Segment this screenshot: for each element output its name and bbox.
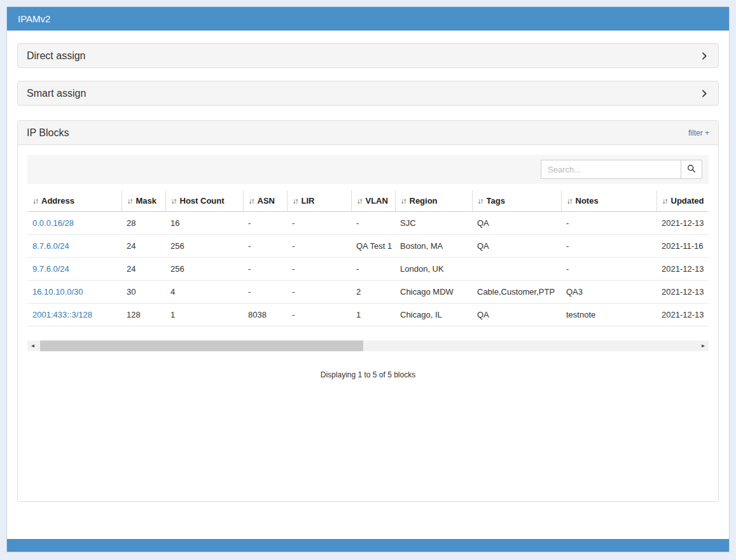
page-container: IPAMv2 Direct assign Smart assign IP Blo… xyxy=(6,6,730,552)
table-cell xyxy=(472,258,561,281)
table-cell: 28 xyxy=(122,212,165,235)
table-body: 0.0.0.16/282816---SJCQA-2021-12-138.7.6.… xyxy=(27,212,709,326)
ip-blocks-title: IP Blocks xyxy=(27,127,69,139)
sort-icon: ↓↑ xyxy=(32,197,38,206)
table-cell: - xyxy=(243,235,287,258)
column-label: ASN xyxy=(258,196,275,206)
column-label: Host Count xyxy=(180,196,225,206)
table-cell: QA xyxy=(472,235,561,258)
sort-icon: ↓↑ xyxy=(662,197,667,206)
table-row: 2001:433::3/12812818038-1Chicago, ILQAte… xyxy=(27,304,709,326)
ip-blocks-panel: IP Blocks filter + ↓↑Address↓↑Mask↓↑Host… xyxy=(17,120,719,502)
table-cell: 1 xyxy=(165,304,243,326)
table-cell: Chicago MDW xyxy=(395,281,472,304)
column-header-asn[interactable]: ↓↑ASN xyxy=(243,190,287,212)
column-header-vlan[interactable]: ↓↑VLAN xyxy=(351,190,395,212)
table-cell: - xyxy=(287,212,351,235)
table-cell: - xyxy=(287,235,351,258)
table-cell: 24 xyxy=(122,258,165,281)
column-label: Notes xyxy=(576,196,599,206)
table-cell: - xyxy=(351,212,395,235)
table-cell: - xyxy=(287,304,351,326)
ip-blocks-heading: IP Blocks filter + xyxy=(18,121,718,145)
table-cell: - xyxy=(287,258,351,281)
direct-assign-panel[interactable]: Direct assign xyxy=(17,43,719,68)
scroll-left-icon[interactable]: ◄ xyxy=(27,340,38,351)
table-cell: 4 xyxy=(165,281,243,304)
table-row: 16.10.10.0/30304--2Chicago MDWCable,Cust… xyxy=(27,281,709,304)
table-cell: 256 xyxy=(165,235,243,258)
column-label: Region xyxy=(410,196,438,206)
address-link[interactable]: 16.10.10.0/30 xyxy=(27,281,122,304)
column-header-mask[interactable]: ↓↑Mask xyxy=(122,190,165,212)
table-cell: 256 xyxy=(165,258,243,281)
search-button[interactable] xyxy=(681,160,702,179)
search-input[interactable] xyxy=(541,160,681,179)
column-header-lir[interactable]: ↓↑LIR xyxy=(287,190,351,212)
smart-assign-label: Smart assign xyxy=(27,88,86,99)
table-row: 0.0.0.16/282816---SJCQA-2021-12-13 xyxy=(27,212,709,235)
address-link[interactable]: 0.0.0.16/28 xyxy=(27,212,122,235)
table-cell: 2021-12-13 xyxy=(656,212,709,235)
table-cell: 2021-12-13 xyxy=(656,258,709,281)
table-cell: 24 xyxy=(122,235,165,258)
table-cell: - xyxy=(243,258,287,281)
table-cell: 128 xyxy=(122,304,165,326)
table-cell: 2 xyxy=(351,281,395,304)
column-label: Updated xyxy=(671,196,704,206)
table-cell: Cable,Customer,PTP xyxy=(472,281,561,304)
column-label: LIR xyxy=(302,196,315,206)
table-summary: Displaying 1 to 5 of 5 blocks xyxy=(27,370,709,379)
scroll-right-icon[interactable]: ► xyxy=(698,340,709,351)
table-cell: - xyxy=(243,281,287,304)
address-link[interactable]: 8.7.6.0/24 xyxy=(27,235,122,258)
table-cell: London, UK xyxy=(395,258,472,281)
horizontal-scrollbar[interactable]: ◄ ► xyxy=(27,340,709,351)
table-cell: - xyxy=(561,235,656,258)
table-cell: 2021-12-13 xyxy=(656,304,709,326)
table-toolbar xyxy=(27,155,709,184)
column-header-host-count[interactable]: ↓↑Host Count xyxy=(165,190,243,212)
search-group xyxy=(541,160,702,179)
sort-icon: ↓↑ xyxy=(401,197,406,206)
table-header: ↓↑Address↓↑Mask↓↑Host Count↓↑ASN↓↑LIR↓↑V… xyxy=(27,190,709,212)
column-label: VLAN xyxy=(366,196,388,206)
app-footer xyxy=(7,539,729,552)
column-header-tags[interactable]: ↓↑Tags xyxy=(472,190,561,212)
sort-icon: ↓↑ xyxy=(293,197,298,206)
ip-blocks-body: ↓↑Address↓↑Mask↓↑Host Count↓↑ASN↓↑LIR↓↑V… xyxy=(18,145,718,501)
sort-icon: ↓↑ xyxy=(478,197,483,206)
table-cell: 30 xyxy=(122,281,165,304)
sort-icon: ↓↑ xyxy=(171,197,176,206)
address-link[interactable]: 9.7.6.0/24 xyxy=(27,258,122,281)
table-cell: - xyxy=(243,212,287,235)
scrollbar-thumb[interactable] xyxy=(40,340,363,351)
table-cell: QA Test 1 xyxy=(351,235,395,258)
chevron-right-icon xyxy=(699,51,709,61)
table-cell: - xyxy=(351,258,395,281)
table-cell: 1 xyxy=(351,304,395,326)
table-cell: QA xyxy=(472,304,561,326)
sort-icon: ↓↑ xyxy=(357,197,362,206)
table-cell: 2021-11-16 xyxy=(656,235,709,258)
column-header-notes[interactable]: ↓↑Notes xyxy=(561,190,656,212)
sort-icon: ↓↑ xyxy=(249,197,254,206)
column-header-updated[interactable]: ↓↑Updated xyxy=(656,190,709,212)
smart-assign-panel[interactable]: Smart assign xyxy=(17,81,719,106)
column-header-address[interactable]: ↓↑Address xyxy=(27,190,122,212)
table-cell: - xyxy=(561,258,656,281)
column-label: Address xyxy=(41,196,74,206)
scrollbar-track[interactable] xyxy=(38,340,698,351)
ip-blocks-table: ↓↑Address↓↑Mask↓↑Host Count↓↑ASN↓↑LIR↓↑V… xyxy=(27,190,709,326)
sort-icon: ↓↑ xyxy=(127,197,132,206)
address-link[interactable]: 2001:433::3/128 xyxy=(27,304,122,326)
column-header-region[interactable]: ↓↑Region xyxy=(395,190,472,212)
table-cell: 16 xyxy=(165,212,243,235)
table-cell: 8038 xyxy=(243,304,287,326)
table-cell: - xyxy=(561,212,656,235)
app-header: IPAMv2 xyxy=(7,7,729,31)
table-cell: - xyxy=(287,281,351,304)
table-row: 9.7.6.0/2424256---London, UK-2021-12-13 xyxy=(27,258,709,281)
filter-toggle-link[interactable]: filter + xyxy=(688,129,709,137)
table-cell: Chicago, IL xyxy=(395,304,472,326)
